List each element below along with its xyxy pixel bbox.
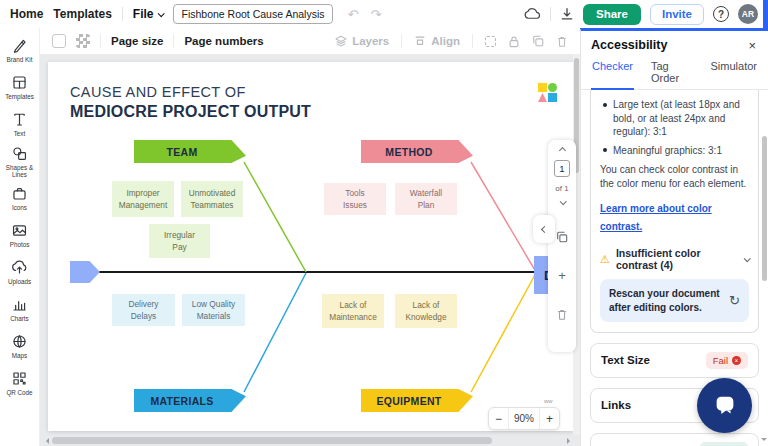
avatar[interactable]: AR (738, 4, 758, 24)
cause-box[interactable]: Lack of Maintenance (322, 294, 384, 328)
undo-icon[interactable]: ↶ (347, 7, 358, 22)
tab-tag-order[interactable]: Tag Order (650, 57, 694, 89)
filename-input[interactable] (173, 4, 333, 24)
scrollbar-thumb[interactable] (52, 437, 492, 444)
list-item: Meaningful graphics: 3:1 (600, 144, 749, 158)
file-menu[interactable]: File (133, 7, 164, 21)
help-button[interactable]: ? (713, 6, 729, 22)
panel-scroll-down-arrow[interactable] (761, 438, 767, 444)
color-contrast-card: Large text (at least 18px and bold, or a… (590, 90, 759, 333)
redo-icon[interactable]: ↷ (370, 7, 381, 22)
briefcase-icon (11, 185, 28, 202)
page-down-icon[interactable] (559, 198, 566, 205)
templates-link[interactable]: Templates (53, 7, 111, 21)
lock-icon[interactable] (508, 35, 520, 48)
sidebar-item-label: Maps (12, 352, 27, 359)
cause-box[interactable]: Improper Management (112, 181, 174, 217)
page-size-button[interactable]: Page size (111, 35, 163, 47)
design-page[interactable]: CAUSE AND EFFECT OF MEDIOCRE PROJECT OUT… (48, 62, 573, 431)
sidebar-item-maps[interactable]: Maps (0, 328, 40, 365)
align-icon (414, 35, 426, 47)
scroll-left-arrow[interactable] (43, 438, 49, 444)
sidebar-item-photos[interactable]: Photos (0, 217, 40, 254)
horizontal-scrollbar[interactable] (43, 436, 573, 445)
delete-page-icon[interactable] (556, 308, 568, 321)
check-card-text-size[interactable]: Text Size Fail × (590, 343, 759, 378)
badge-label: Fail (713, 355, 728, 366)
page-number-input[interactable]: 1 (554, 160, 570, 177)
category-banner-method[interactable]: METHOD (361, 140, 473, 163)
sidebar-item-label: Brand Kit (7, 56, 33, 63)
cause-box[interactable]: Low Quality Materials (182, 294, 245, 326)
help-chat-button[interactable] (697, 378, 752, 433)
download-icon[interactable] (560, 7, 574, 21)
panel-title: Accessibility (591, 38, 667, 52)
share-button[interactable]: Share (583, 4, 641, 25)
sidebar-item-brand-kit[interactable]: Brand Kit (0, 32, 40, 69)
sidebar-item-templates[interactable]: Templates (0, 69, 40, 106)
close-icon[interactable]: × (748, 39, 756, 52)
check-label: Text Size (601, 353, 650, 367)
sidebar-item-charts[interactable]: Charts (0, 291, 40, 328)
transparency-swatch[interactable] (76, 34, 90, 48)
zoom-in-button[interactable]: + (540, 408, 559, 429)
trash-icon[interactable] (556, 35, 568, 48)
home-link[interactable]: Home (10, 7, 43, 21)
sidebar-item-qr-code[interactable]: QR Code (0, 365, 40, 402)
warning-icon: ⚠ (600, 254, 610, 265)
layers-button[interactable]: Layers (335, 35, 389, 47)
cause-box[interactable]: Tools Issues (324, 183, 386, 215)
duplicate-page-icon[interactable] (556, 231, 568, 243)
chevron-down-icon[interactable] (744, 255, 751, 262)
list-item: Large text (at least 18px and bold, or a… (600, 98, 749, 139)
cause-box[interactable]: Waterfall Plan (395, 183, 457, 215)
sidebar-item-text[interactable]: Text (0, 106, 40, 143)
category-banner-equipment[interactable]: EQUIPMENT (361, 389, 473, 412)
cause-box[interactable]: Irregular Pay (149, 224, 210, 258)
divider (401, 34, 402, 48)
transform-icon[interactable] (485, 36, 496, 47)
sidebar-item-label: Text (14, 130, 26, 137)
tab-simulator[interactable]: Simulator (710, 57, 758, 89)
chevron-down-icon (158, 10, 165, 17)
templates-icon (11, 74, 28, 91)
category-banner-materials[interactable]: MATERIALS (134, 389, 246, 412)
refresh-icon[interactable]: ↻ (729, 293, 740, 308)
cause-box[interactable]: Delivery Delays (112, 294, 175, 326)
panel-scrollbar-thumb[interactable] (762, 136, 767, 281)
category-banner-team[interactable]: TEAM (134, 140, 246, 163)
cause-box[interactable]: Unmotivated Teammates (181, 181, 243, 217)
sidebar-item-label: Uploads (8, 278, 31, 285)
sidebar-item-uploads[interactable]: Uploads (0, 254, 40, 291)
check-label: Links (601, 398, 631, 412)
top-header: Home Templates File ↶ ↷ Share Invite ? A… (0, 0, 768, 28)
zoom-out-button[interactable]: − (489, 408, 508, 429)
page-count-label: of 1 (555, 184, 568, 193)
cause-box[interactable]: Lack of Knowledge (395, 294, 457, 328)
check-card-tables[interactable]: Tables Pass ✓ (590, 433, 759, 446)
shapes-icon (11, 145, 28, 162)
duplicate-icon[interactable] (532, 35, 544, 47)
contrast-learn-more-link[interactable]: Learn more about color contrast. (600, 203, 712, 232)
contrast-note: You can check color contrast in the colo… (600, 163, 749, 190)
add-page-icon[interactable]: + (558, 269, 566, 282)
divider (472, 34, 473, 48)
scroll-right-arrow[interactable] (567, 438, 573, 444)
sidebar-item-shapes-lines[interactable]: Shapes & Lines (0, 143, 40, 180)
cloud-sync-icon[interactable] (524, 7, 541, 21)
page-color-swatch[interactable] (52, 34, 66, 48)
tab-checker[interactable]: Checker (591, 57, 634, 90)
collapse-panel-button[interactable] (533, 215, 555, 243)
zoom-level[interactable]: 90% (508, 408, 540, 429)
contrast-warning-row[interactable]: ⚠ Insufficient color contrast (4) (600, 247, 749, 271)
zoom-control: − 90% + (488, 407, 560, 430)
canvas-workspace[interactable]: CAUSE AND EFFECT OF MEDIOCRE PROJECT OUT… (40, 55, 580, 446)
align-button[interactable]: Align (414, 35, 460, 47)
invite-button[interactable]: Invite (650, 4, 704, 25)
qr-code-icon (11, 370, 28, 387)
page-up-icon[interactable] (558, 147, 565, 154)
sidebar-item-icons[interactable]: Icons (0, 180, 40, 217)
panel-tabs: Checker Tag Order Simulator (581, 57, 768, 90)
page-numbers-button[interactable]: Page numbers (184, 35, 263, 47)
warning-label: Insufficient color contrast (4) (616, 247, 738, 271)
